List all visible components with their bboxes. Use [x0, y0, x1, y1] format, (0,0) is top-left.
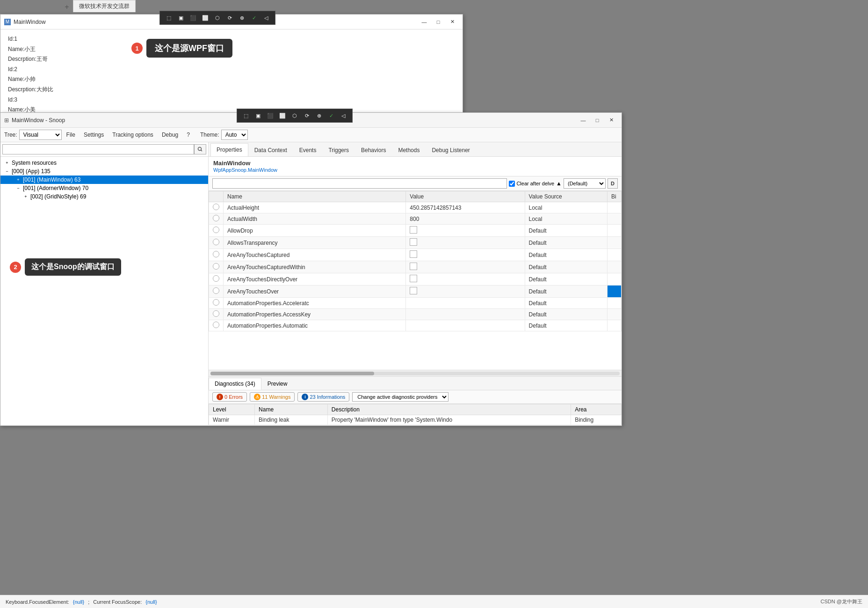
scope-value[interactable]: {null} [145, 599, 157, 605]
table-row[interactable]: AreAnyTouchesOver Default [209, 286, 622, 298]
wpf-toolbar-btn-2[interactable]: ▣ [176, 13, 186, 23]
provider-dropdown[interactable]: Change active diagnostic providers [352, 392, 448, 402]
diagnostics-panel: Diagnostics (34) Preview ! 0 Errors ⚠ 11… [209, 376, 622, 425]
status-separator: ; [88, 599, 89, 605]
table-row[interactable]: AreAnyTouchesCapturedWithin Default [209, 261, 622, 273]
tab-behaviors[interactable]: Behaviors [355, 144, 392, 156]
tab-triggers[interactable]: Triggers [322, 144, 355, 156]
diag-row[interactable]: Warnir Binding leak Property 'MainWindow… [209, 415, 622, 425]
browser-tab[interactable]: 微软技术开发交流群 [73, 0, 136, 12]
wpf-toolbar-btn-6[interactable]: ⟳ [224, 13, 235, 23]
tree-panel: + System resources − [000] (App) 135 + [… [0, 142, 209, 425]
tree-expand-mainwindow[interactable]: + [15, 177, 21, 183]
table-row[interactable]: AllowDrop Default [209, 225, 622, 237]
tree-item-gridnostyle[interactable]: + [002] (GridNoStyle) 69 [0, 192, 208, 201]
tree-item-mainwindow[interactable]: + [001] (MainWindow) 63 [0, 176, 208, 184]
prop-source: Default [525, 320, 607, 331]
scope-label: Current FocusScope: [93, 599, 142, 605]
tree-expand-app[interactable]: − [4, 168, 10, 174]
prop-name: AutomationProperties.Acceleratc [224, 298, 406, 309]
wpf-maximize-button[interactable]: □ [432, 17, 445, 27]
tree-label: Tree: [4, 132, 17, 138]
warnings-badge[interactable]: ⚠ 11 Warnings [250, 392, 295, 402]
snoop-toolbar-btn-6[interactable]: ⟳ [302, 110, 312, 121]
menu-file[interactable]: File [63, 131, 79, 139]
keyboard-value[interactable]: {null} [73, 599, 84, 605]
errors-label: 0 Errors [224, 394, 243, 400]
errors-badge[interactable]: ! 0 Errors [212, 392, 247, 402]
tree-expand-system-resources[interactable]: + [4, 160, 10, 166]
snoop-toolbar-btn-3[interactable]: ⬛ [265, 110, 275, 121]
snoop-toolbar-btn-9[interactable]: ◁ [338, 110, 348, 121]
wpf-toolbar-btn-1[interactable]: ⬚ [164, 13, 174, 23]
tree-dropdown[interactable]: Visual Logical Automation [19, 130, 62, 140]
table-row[interactable]: AutomationProperties.AccessKey Default [209, 309, 622, 320]
informations-badge[interactable]: i 23 Informations [297, 392, 349, 402]
diag-tab-diagnostics[interactable]: Diagnostics (34) [209, 378, 261, 390]
tree-item-app[interactable]: − [000] (App) 135 [0, 167, 208, 176]
table-row[interactable]: AutomationProperties.Automatic Default [209, 320, 622, 331]
wpf-toolbar-btn-3[interactable]: ⬛ [188, 13, 198, 23]
wpf-toolbar-btn-5[interactable]: ⬡ [212, 13, 223, 23]
prop-name: AreAnyTouchesOver [224, 286, 406, 298]
snoop-toolbar-btn-7[interactable]: ⊕ [314, 110, 324, 121]
tab-properties[interactable]: Properties [210, 143, 248, 156]
properties-filter-btn-d[interactable]: D [608, 178, 618, 189]
wpf-close-button[interactable]: ✕ [446, 17, 459, 27]
menu-debug[interactable]: Debug [158, 131, 182, 139]
snoop-toolbar-btn-8[interactable]: ✓ [326, 110, 336, 121]
wpf-toolbar-btn-9[interactable]: ◁ [261, 13, 271, 23]
tree-expand-adorner[interactable]: − [15, 185, 21, 191]
wpf-toolbar-btn-4[interactable]: ⬜ [200, 13, 210, 23]
table-row[interactable]: AllowsTransparency Default [209, 237, 622, 249]
snoop-toolbar-btn-4[interactable]: ⬜ [277, 110, 288, 121]
prop-bi [608, 237, 622, 249]
element-type-link[interactable]: WpfAppSnoop.MainWindow [213, 167, 277, 173]
snoop-toolbar-btn-5[interactable]: ⬡ [289, 110, 300, 121]
table-row[interactable]: ActualHeight 450.2857142857143 Local [209, 202, 622, 213]
menu-help[interactable]: ? [183, 131, 194, 139]
diag-col-area: Area [571, 404, 622, 415]
row-indicator [209, 213, 224, 225]
wpf-toolbar-btn-8[interactable]: ✓ [249, 13, 259, 23]
table-row[interactable]: AreAnyTouchesDirectlyOver Default [209, 273, 622, 286]
menu-tracking-options[interactable]: Tracking options [108, 131, 157, 139]
properties-filter-input[interactable] [212, 178, 507, 189]
table-row[interactable]: ActualWidth 800 Local [209, 213, 622, 225]
snoop-minimize-button[interactable]: — [577, 116, 590, 125]
tab-debug-listener[interactable]: Debug Listener [426, 144, 476, 156]
snoop-maximize-button[interactable]: □ [591, 116, 604, 125]
properties-h-scrollbar[interactable] [209, 370, 622, 376]
table-row[interactable]: AutomationProperties.Acceleratc Default [209, 298, 622, 309]
prop-source: Local [525, 213, 607, 225]
snoop-toolbar-btn-1[interactable]: ⬚ [241, 110, 251, 121]
clear-after-delve-input[interactable] [509, 181, 515, 187]
snoop-toolbar-btn-2[interactable]: ▣ [253, 110, 263, 121]
snoop-close-button[interactable]: ✕ [605, 116, 618, 125]
prop-name: ActualWidth [224, 213, 406, 225]
tree-search-button[interactable] [194, 144, 206, 154]
value-source-dropdown[interactable]: (Default) All Local [564, 178, 606, 189]
theme-dropdown[interactable]: Auto Light Dark [221, 130, 248, 140]
tab-methods[interactable]: Methods [392, 144, 426, 156]
wpf-minimize-button[interactable]: — [418, 17, 431, 27]
tree-search-input[interactable] [2, 144, 194, 154]
wpf-line-7: Id:3 [8, 95, 455, 105]
menu-settings[interactable]: Settings [80, 131, 108, 139]
prop-source: Default [525, 298, 607, 309]
tree-expand-gridnostyle[interactable]: + [23, 194, 29, 199]
wpf-titlebar-buttons: — □ ✕ [418, 17, 459, 27]
new-tab-button[interactable]: + [61, 2, 73, 12]
clear-after-delve-checkbox[interactable]: Clear after delve [509, 181, 554, 187]
table-row[interactable]: AreAnyTouchesCaptured Default [209, 249, 622, 261]
tree-item-system-resources[interactable]: + System resources [0, 159, 208, 167]
tab-data-context[interactable]: Data Context [248, 144, 293, 156]
tree-item-adorner[interactable]: − [001] (AdornerWindow) 70 [0, 184, 208, 192]
col-name-header: Name [224, 191, 406, 202]
prop-bi [608, 273, 622, 286]
h-scrollbar-thumb [210, 372, 374, 375]
diag-tab-preview[interactable]: Preview [261, 378, 294, 390]
col-value-header: Value [406, 191, 525, 202]
wpf-toolbar-btn-7[interactable]: ⊕ [237, 13, 247, 23]
tab-events[interactable]: Events [293, 144, 323, 156]
